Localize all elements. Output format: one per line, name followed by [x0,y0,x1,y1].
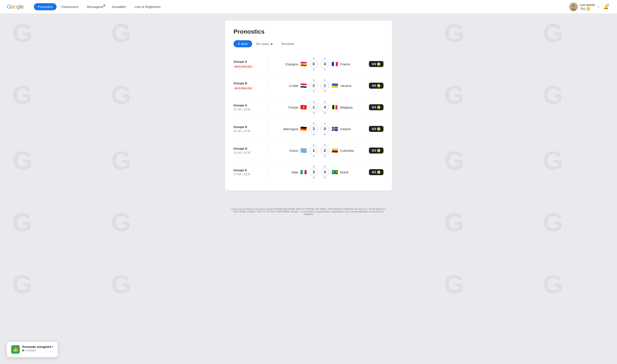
score-away-up-button[interactable]: ▲ [324,79,326,81]
match-date: 16 Juil. | 16:30 [233,130,264,132]
score-home-up-button[interactable]: ▲ [313,57,315,59]
score-home-value[interactable]: 1 [309,146,318,155]
teams-area: Tunisie🇹🇳 ▲ 1 ▼ ▲ 4 ▼ 🇧🇪Belgique [274,100,365,114]
home-flag-icon: 🇭🇷 [300,83,307,88]
points-badge[interactable]: 0/3 🪙 [369,104,384,110]
home-team-name: Espagne [286,62,298,66]
teams-area: Croitie🇭🇷 ▲ 2 ▼ ▲ 1 ▼ 🇺🇦Ukraine [274,79,365,92]
logo[interactable]: Google [7,3,24,10]
score-away-up-button[interactable]: ▲ [324,122,326,124]
score-away-up-button[interactable]: ▲ [324,57,326,59]
nav-classement[interactable]: Classement [57,3,82,10]
score-away-down-button[interactable]: ▼ [324,134,326,136]
score-home-down-button[interactable]: ▼ [313,69,315,71]
score-home-value[interactable]: 3 [309,168,318,176]
away-flag-icon: 🇺🇦 [332,83,338,88]
divider-line [269,124,269,134]
logo-o2: o [14,3,17,10]
score-away-value[interactable]: 4 [321,103,329,112]
divider-line [269,102,269,113]
score-home-down-button[interactable]: ▼ [313,155,315,157]
teams-area: Italie🇮🇹 ▲ 3 ▼ ▲ 3 ▼ 🇧🇷Brésil [274,165,365,179]
pronostics-card: Pronostics À venir En cours Terminés Gro… [225,21,392,191]
nav-pronostics[interactable]: Pronostics [34,3,56,10]
team-away: 🇧🇪Belgique [332,105,364,110]
score-home-up-button[interactable]: ▲ [313,165,315,168]
tab-en-cours[interactable]: En cours [252,40,277,47]
score-home-down-button[interactable]: ▼ [313,90,315,92]
score-home-value[interactable]: 1 [309,103,318,112]
home-team-name: Grèce [289,149,298,153]
home-flag-icon: 🇩🇪 [300,126,307,131]
avatar [569,2,578,11]
nav-messagerie[interactable]: Messagerie [83,3,107,10]
toast-content: Pronostic enregistré ! à l'instant [22,345,53,352]
home-flag-icon: 🇹🇳 [300,105,307,110]
away-team-name: Brésil [340,170,348,174]
nav-actualites[interactable]: Actualités [108,3,130,10]
match-date: 15 Juil. | 19:30 [233,108,264,111]
match-row: Groupe D16 Juil. | 19:30Grèce🇬🇷 ▲ 1 ▼ ▲ … [233,140,384,161]
tab-a-venir[interactable]: À venir [233,40,252,47]
score-away-box: ▲ 0 ▼ [321,122,329,136]
logo-g: G [7,3,11,10]
away-team-name: France [340,62,350,66]
score-away-down-button[interactable]: ▼ [324,69,326,71]
score-home-value[interactable]: 3 [309,125,318,133]
score-away-down-button[interactable]: ▼ [324,177,326,179]
score-away-value[interactable]: 2 [321,146,329,155]
score-home-up-button[interactable]: ▲ [313,100,315,103]
score-away-up-button[interactable]: ▲ [324,165,326,168]
score-away-down-button[interactable]: ▼ [324,112,326,114]
live-badge: 2h:19min:05s [233,65,253,68]
team-home: Tunisie🇹🇳 [274,105,307,110]
score-home-value[interactable]: 0 [309,60,318,68]
points-badge[interactable]: 0/3 🪙 [369,169,384,175]
score-away-up-button[interactable]: ▲ [324,144,326,146]
tabs-bar: À venir En cours Terminés [233,40,384,47]
away-team-name: Iceland [340,127,350,131]
nav-lots[interactable]: Lots et Règlement [131,3,164,10]
toast-dot-icon [22,350,24,351]
match-info-6: Groupe E17 Juil. | 16:30 [233,169,264,176]
score-away-value[interactable]: 1 [321,81,329,90]
points-badge[interactable]: 0/3 🪙 [369,61,384,67]
match-row: Groupe A2h:19min:05sEspagne🇪🇸 ▲ 0 ▼ ▲ 4 … [233,53,384,75]
score-away-up-button[interactable]: ▲ [324,100,326,103]
score-away-box: ▲ 3 ▼ [321,165,329,179]
score-home-down-button[interactable]: ▼ [313,112,315,114]
user-name: Lee Martin [580,3,595,7]
header-right: Lee Martin 701 🪙 ▾ 🔔 [569,2,610,11]
score-away-value[interactable]: 0 [321,125,329,133]
score-home-up-button[interactable]: ▲ [313,144,315,146]
messagerie-dot [104,4,105,6]
home-flag-icon: 🇬🇷 [300,148,307,153]
score-away-down-button[interactable]: ▼ [324,90,326,92]
score-away-value[interactable]: 3 [321,168,329,176]
notification-bell-button[interactable]: 🔔 [602,2,610,11]
logo-o1: o [11,3,14,10]
toast-notification: 👍 Pronostic enregistré ! à l'instant [7,342,58,357]
score-home-down-button[interactable]: ▼ [313,177,315,179]
score-home-up-button[interactable]: ▲ [313,79,315,81]
team-home: Espagne🇪🇸 [274,62,307,66]
score-away-value[interactable]: 4 [321,60,329,68]
match-row: Groupe E17 Juil. | 16:30Italie🇮🇹 ▲ 3 ▼ ▲… [233,161,384,183]
matches-list: Groupe A2h:19min:05sEspagne🇪🇸 ▲ 0 ▼ ▲ 4 … [233,53,384,183]
points-badge[interactable]: 0/3 🪙 [369,126,384,132]
footer-text: ccup.io est un service créé par la socié… [225,208,392,220]
main-nav: Pronostics Classement Messagerie Actuali… [34,3,569,10]
live-badge: 2h:19min:05s [233,87,253,90]
points-badge[interactable]: 0/3 🪙 [369,147,384,154]
score-away-down-button[interactable]: ▼ [324,155,326,157]
score-home-value[interactable]: 2 [309,81,318,90]
tab-termines[interactable]: Terminés [277,40,298,47]
score-home-down-button[interactable]: ▼ [313,134,315,136]
user-info[interactable]: Lee Martin 701 🪙 ▾ [569,2,599,11]
score-home-up-button[interactable]: ▲ [313,122,315,124]
logo-e: e [21,3,23,10]
score-home-box: ▲ 3 ▼ [309,122,318,136]
dropdown-arrow-icon[interactable]: ▾ [598,5,599,8]
home-flag-icon: 🇮🇹 [300,169,307,175]
points-badge[interactable]: 0/3 🪙 [369,83,384,89]
